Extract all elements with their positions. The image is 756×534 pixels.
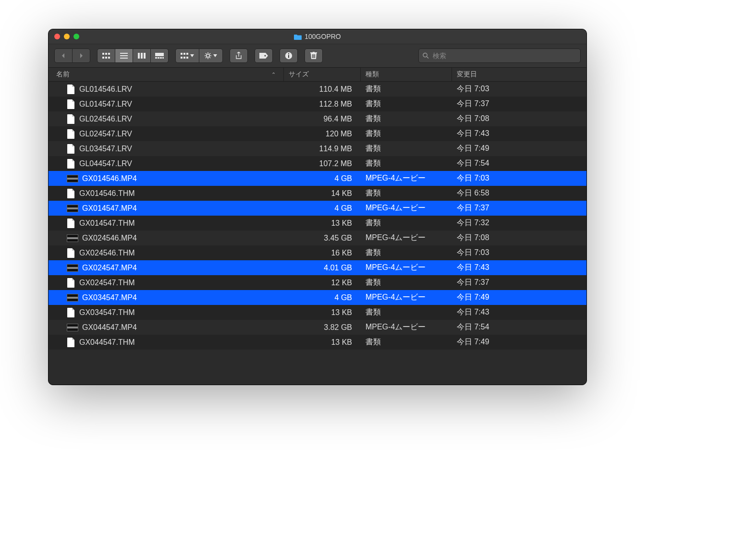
table-row[interactable]: GX034547.THM13 KB書類今日 7:43 (49, 305, 586, 320)
forward-button[interactable] (72, 49, 90, 63)
share-button[interactable] (230, 49, 248, 63)
file-kind: 書類 (366, 188, 381, 198)
search-input[interactable] (432, 51, 576, 60)
file-date: 今日 7:49 (457, 292, 489, 303)
file-name: GX044547.MP4 (82, 323, 137, 332)
file-date: 今日 7:32 (457, 218, 489, 228)
svg-rect-10 (141, 53, 143, 59)
svg-rect-18 (183, 53, 185, 55)
column-header-date[interactable]: 変更日 (452, 68, 586, 81)
svg-rect-13 (155, 57, 157, 59)
svg-point-35 (288, 53, 289, 54)
svg-rect-1 (105, 53, 107, 55)
finder-window: 100GOPRO (48, 29, 587, 385)
document-icon (67, 85, 75, 94)
file-date: 今日 7:49 (457, 337, 489, 347)
search-field[interactable] (418, 49, 581, 63)
svg-rect-20 (181, 57, 183, 59)
file-name: GX034547.THM (79, 308, 135, 317)
nav-buttons (54, 49, 90, 63)
file-date: 今日 7:54 (457, 322, 489, 332)
column-header-kind[interactable]: 種類 (361, 68, 452, 81)
file-list[interactable]: GL014546.LRV110.4 MB書類今日 7:03GL014547.LR… (49, 82, 586, 385)
svg-rect-12 (155, 53, 164, 56)
file-name: GL014546.LRV (79, 85, 132, 94)
file-size: 4.01 GB (324, 264, 352, 272)
file-name: GX014547.MP4 (82, 204, 137, 213)
svg-point-23 (207, 54, 209, 57)
table-row[interactable]: GX024546.MP43.45 GBMPEG-4ムービー今日 7:08 (49, 231, 586, 245)
table-row[interactable]: GX024547.MP44.01 GBMPEG-4ムービー今日 7:43 (49, 260, 586, 275)
arrange-button[interactable] (175, 49, 199, 63)
document-icon (67, 338, 75, 347)
table-row[interactable]: GX014547.MP44 GBMPEG-4ムービー今日 7:37 (49, 201, 586, 216)
table-row[interactable]: GX024547.THM12 KB書類今日 7:37 (49, 275, 586, 290)
action-button[interactable] (199, 49, 223, 63)
column-headers: 名前 ⌃ サイズ 種類 変更日 (49, 68, 586, 82)
file-kind: 書類 (366, 337, 381, 347)
window-title-text: 100GOPRO (305, 33, 341, 40)
table-row[interactable]: GL044547.LRV107.2 MB書類今日 7:54 (49, 156, 586, 171)
trash-button[interactable] (305, 49, 323, 63)
info-button[interactable] (280, 49, 298, 63)
search-icon (423, 52, 429, 59)
file-size: 107.2 MB (319, 159, 352, 168)
file-name: GX024547.MP4 (82, 264, 137, 272)
document-icon (67, 308, 75, 317)
list-view-button[interactable] (115, 49, 133, 63)
file-kind: MPEG-4ムービー (366, 322, 426, 332)
document-icon (67, 129, 75, 139)
file-name: GX024546.THM (79, 249, 135, 257)
file-size: 120 MB (326, 130, 352, 138)
table-row[interactable]: GL024546.LRV96.4 MB書類今日 7:08 (49, 111, 586, 126)
file-size: 12 KB (331, 279, 352, 287)
svg-rect-14 (158, 57, 159, 59)
icon-view-button[interactable] (97, 49, 115, 63)
svg-rect-3 (102, 57, 104, 59)
table-row[interactable]: GX014546.MP44 GBMPEG-4ムービー今日 7:03 (49, 171, 586, 186)
back-button[interactable] (54, 49, 73, 63)
svg-rect-37 (313, 54, 314, 58)
column-header-size[interactable]: サイズ (284, 68, 361, 81)
gallery-view-button[interactable] (150, 49, 169, 63)
document-icon (67, 144, 75, 154)
file-name: GX044547.THM (79, 338, 135, 347)
table-row[interactable]: GL024547.LRV120 MB書類今日 7:43 (49, 126, 586, 141)
svg-rect-6 (120, 53, 128, 54)
column-header-name[interactable]: 名前 ⌃ (49, 68, 284, 81)
table-row[interactable]: GL034547.LRV114.9 MB書類今日 7:49 (49, 141, 586, 156)
file-size: 4 GB (335, 204, 352, 213)
table-row[interactable]: GX014547.THM13 KB書類今日 7:32 (49, 216, 586, 231)
file-size: 13 KB (331, 219, 352, 228)
table-row[interactable]: GX044547.THM13 KB書類今日 7:49 (49, 335, 586, 350)
table-row[interactable]: GX044547.MP43.82 GBMPEG-4ムービー今日 7:54 (49, 320, 586, 335)
file-name: GX034547.MP4 (82, 293, 137, 302)
file-date: 今日 6:58 (457, 188, 489, 198)
table-row[interactable]: GX034547.MP44 GBMPEG-4ムービー今日 7:49 (49, 290, 586, 305)
file-kind: 書類 (366, 218, 381, 228)
file-kind: 書類 (366, 278, 381, 288)
svg-rect-17 (181, 53, 183, 55)
folder-icon (294, 34, 302, 40)
table-row[interactable]: GL014546.LRV110.4 MB書類今日 7:03 (49, 82, 586, 97)
table-row[interactable]: GX024546.THM16 KB書類今日 7:03 (49, 245, 586, 260)
sort-ascending-icon: ⌃ (271, 72, 276, 78)
video-thumb-icon (67, 205, 78, 212)
table-row[interactable]: GX014546.THM14 KB書類今日 6:58 (49, 186, 586, 201)
file-date: 今日 7:08 (457, 233, 489, 243)
table-row[interactable]: GL014547.LRV112.8 MB書類今日 7:37 (49, 97, 586, 111)
svg-rect-16 (162, 57, 164, 59)
file-kind: MPEG-4ムービー (366, 263, 426, 273)
column-view-button[interactable] (133, 49, 151, 63)
file-size: 96.4 MB (323, 115, 352, 123)
video-thumb-icon (67, 294, 78, 302)
file-date: 今日 7:03 (457, 248, 489, 258)
tags-button[interactable] (255, 49, 273, 63)
svg-rect-21 (183, 57, 185, 59)
titlebar[interactable]: 100GOPRO (49, 29, 586, 44)
file-size: 13 KB (331, 338, 352, 347)
svg-line-28 (206, 53, 207, 54)
svg-rect-15 (160, 57, 162, 59)
file-kind: MPEG-4ムービー (366, 233, 426, 243)
file-date: 今日 7:43 (457, 129, 489, 139)
